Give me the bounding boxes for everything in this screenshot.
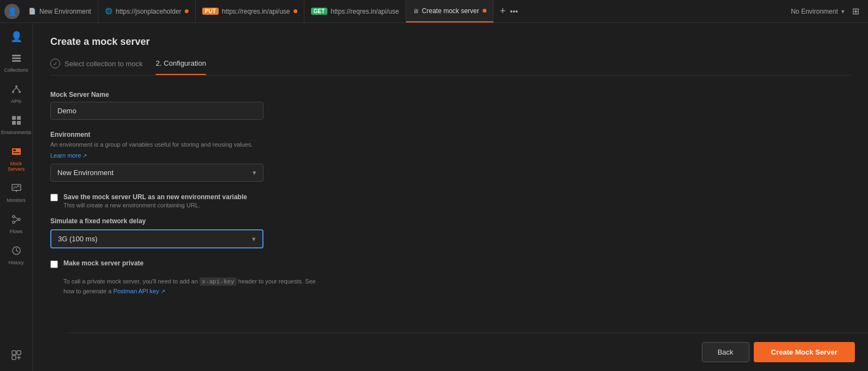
mock-server-name-group: Mock Server Name — [50, 91, 324, 120]
tab-json-icon: 🌐 — [105, 8, 113, 15]
svg-line-7 — [16, 88, 20, 91]
chevron-down-icon — [841, 8, 844, 15]
svg-rect-1 — [12, 57, 21, 59]
step-select-collection[interactable]: ✓ Select collection to mock — [50, 59, 143, 75]
tab-env-icon: 📄 — [28, 8, 36, 15]
sidebar-item-collections[interactable]: Collections — [0, 48, 32, 77]
step-select-label: Select collection to mock — [64, 60, 143, 68]
sidebar-label-monitors: Monitors — [7, 198, 26, 203]
sidebar-label-apis: APIs — [11, 98, 21, 104]
tab-mock-icon: 🖥 — [413, 8, 419, 14]
sidebar-label-mock-servers: Mock Servers — [2, 161, 30, 172]
sidebar-item-user[interactable]: 👤 — [0, 27, 32, 46]
user-icon: 👤 — [10, 32, 22, 42]
tab-new-environment[interactable]: 📄 New Environment — [22, 0, 98, 22]
simulate-delay-group: Simulate a fixed network delay 3G (100 m… — [50, 217, 324, 248]
external-link-icon — [81, 152, 87, 159]
svg-line-22 — [15, 219, 18, 222]
make-private-checkbox[interactable] — [50, 260, 58, 268]
tab-get-label: https://reqres.in/api/use — [331, 8, 399, 15]
sidebar: 👤 Collections A — [0, 23, 33, 371]
sidebar-item-apis[interactable]: APIs — [0, 79, 32, 108]
tab-create-mock[interactable]: 🖥 Create mock server — [406, 0, 494, 22]
save-url-text: Save the mock server URL as an new envir… — [63, 193, 247, 208]
svg-point-19 — [18, 218, 20, 221]
sidebar-item-mock-servers[interactable]: Mock Servers — [0, 142, 32, 176]
svg-line-6 — [13, 88, 16, 91]
save-url-checkbox[interactable] — [50, 194, 58, 201]
method-badge-get: GET — [311, 8, 328, 15]
tab-create-mock-label: Create mock server — [422, 7, 479, 15]
step-config-label: 2. Configuration — [156, 59, 206, 67]
svg-rect-13 — [13, 149, 16, 151]
dropdown-chevron-icon — [253, 169, 256, 177]
method-badge-put: PUT — [202, 8, 219, 15]
mock-servers-icon — [11, 146, 22, 159]
learn-more-link[interactable]: Learn more — [50, 152, 87, 159]
save-url-group: Save the mock server URL as an new envir… — [50, 193, 324, 208]
svg-rect-2 — [12, 60, 21, 62]
environment-selected: New Environment — [57, 169, 114, 177]
explore-icon — [11, 350, 22, 362]
tab-jsonplaceholder[interactable]: 🌐 https://jsonplaceholder — [98, 0, 196, 22]
layout-icon: ⊞ — [852, 6, 859, 16]
footer-actions: Back Create Mock Server — [66, 333, 868, 371]
tab-jsonplaceholder-label: https://jsonplaceholder — [116, 8, 181, 15]
steps-nav: ✓ Select collection to mock 2. Configura… — [50, 59, 851, 76]
delay-dropdown[interactable]: 3G (100 ms) — [50, 229, 263, 248]
more-tabs-button[interactable]: ••• — [510, 7, 518, 16]
svg-rect-8 — [12, 116, 16, 120]
env-selector-label: No Environment — [791, 8, 838, 15]
sidebar-item-monitors[interactable]: Monitors — [0, 178, 32, 207]
delay-value: 3G (100 ms) — [58, 235, 97, 243]
environments-icon — [11, 115, 22, 127]
tab-dot-put — [294, 9, 297, 13]
mock-server-name-label: Mock Server Name — [50, 91, 324, 98]
svg-point-18 — [13, 216, 15, 218]
tab-put-reqres[interactable]: PUT https://reqres.in/api/use — [196, 0, 304, 22]
svg-rect-12 — [12, 148, 21, 155]
user-avatar[interactable]: 👤 — [4, 4, 20, 19]
sidebar-item-environments[interactable]: Environments — [0, 111, 32, 140]
content-area: Create a mock server ✓ Select collection… — [33, 23, 868, 371]
page-title: Create a mock server — [50, 36, 851, 48]
monitors-icon — [11, 183, 22, 195]
svg-point-20 — [13, 221, 15, 223]
svg-rect-25 — [17, 351, 21, 355]
sidebar-item-history[interactable]: History — [0, 241, 32, 270]
tab-get-reqres[interactable]: GET https://reqres.in/api/use — [304, 0, 406, 22]
delay-chevron-icon — [252, 235, 256, 243]
back-button[interactable]: Back — [702, 342, 749, 362]
sidebar-label-history: History — [8, 260, 24, 265]
svg-rect-26 — [12, 356, 16, 360]
tab-bar: 👤 📄 New Environment 🌐 https://jsonplaceh… — [0, 0, 868, 23]
sidebar-item-flows[interactable]: Flows — [0, 210, 32, 239]
mock-server-name-input[interactable] — [50, 102, 263, 120]
make-private-desc: To call a private mock server, you'll ne… — [63, 277, 324, 295]
api-key-code: x-api-key — [200, 277, 237, 286]
flows-icon — [11, 214, 22, 227]
make-private-label[interactable]: Make mock server private — [63, 259, 144, 267]
sidebar-label-collections: Collections — [4, 67, 28, 73]
tab-put-label: https://reqres.in/api/use — [222, 8, 290, 15]
step-configuration[interactable]: 2. Configuration — [156, 59, 206, 75]
svg-point-4 — [12, 91, 14, 93]
sidebar-label-environments: Environments — [1, 130, 31, 135]
environment-dropdown[interactable]: New Environment — [50, 164, 263, 182]
tab-new-environment-label: New Environment — [39, 8, 91, 15]
tab-actions: + ••• — [496, 5, 523, 17]
save-url-label[interactable]: Save the mock server URL as an new envir… — [63, 193, 247, 201]
postman-api-key-text: Postman API key — [113, 288, 159, 294]
create-mock-server-button[interactable]: Create Mock Server — [754, 342, 855, 362]
sidebar-item-explore[interactable] — [0, 345, 32, 367]
main-layout: 👤 Collections A — [0, 23, 868, 371]
simulate-delay-label: Simulate a fixed network delay — [50, 217, 324, 225]
environment-selector[interactable]: No Environment ⊞ — [784, 6, 866, 16]
svg-rect-0 — [12, 55, 21, 56]
add-tab-button[interactable]: + — [500, 5, 506, 17]
learn-more-text: Learn more — [50, 152, 81, 159]
postman-api-key-link[interactable]: Postman API key — [113, 288, 165, 294]
tab-dot — [185, 9, 189, 13]
svg-point-5 — [19, 91, 21, 93]
tab-dot-active — [483, 9, 486, 13]
